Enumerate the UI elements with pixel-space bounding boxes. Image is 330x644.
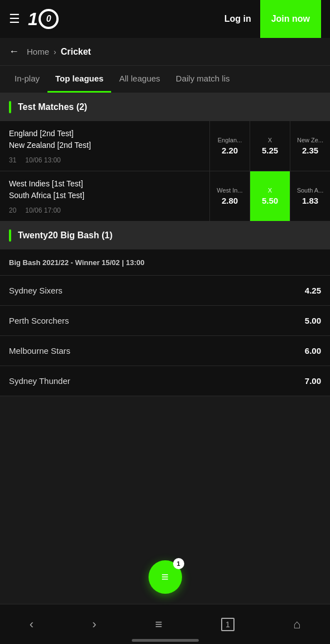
tab-daily-match[interactable]: Daily match lis xyxy=(168,66,238,93)
nav-back[interactable]: ‹ xyxy=(18,612,45,637)
header-right: Log in Join now xyxy=(216,0,321,38)
test-matches-title: Test Matches (2) xyxy=(18,102,87,112)
header-left: ☰ 1 0 xyxy=(9,9,59,30)
odd-draw-wi-sa-label: X xyxy=(268,187,272,194)
match-teams-wi-sa: West Indies [1st Test] South Africa [1st… xyxy=(9,178,200,201)
match-teams-eng-nz: England [2nd Test] New Zealand [2nd Test… xyxy=(9,128,200,151)
tab-inplay[interactable]: In-play xyxy=(7,66,47,93)
breadcrumb-separator: › xyxy=(54,47,56,56)
nav-tabs: In-play Top leagues All leagues Daily ma… xyxy=(0,66,330,93)
match-id-eng-nz: 31 xyxy=(9,156,16,164)
bigbash-subtitle-row: Big Bash 2021/22 - Winner 15/02 | 13:00 xyxy=(0,249,330,276)
team2-nz: New Zealand [2nd Test] xyxy=(9,140,200,151)
section-bar-icon xyxy=(9,101,11,113)
odd-draw-eng-nz[interactable]: X 5.25 xyxy=(250,121,290,171)
nav-forward-icon: › xyxy=(92,617,96,632)
winner-name-sixers: Sydney Sixers xyxy=(9,286,63,295)
bigbash-title: Twenty20 Big Bash (1) xyxy=(18,230,113,241)
nav-home[interactable]: ⌂ xyxy=(282,612,312,637)
match-time-wi-sa: 10/06 17:00 xyxy=(25,206,60,214)
bottom-nav: ‹ › ≡ 1 ⌂ xyxy=(0,604,330,644)
winner-odd-sixers: 4.25 xyxy=(305,286,321,295)
match-odds-eng-nz: Englan... 2.20 X 5.25 New Ze... 2.35 xyxy=(209,121,330,171)
breadcrumb: ← Home › Cricket xyxy=(0,38,330,66)
odd-wi-value: 2.80 xyxy=(222,196,238,205)
winner-odd-stars: 6.00 xyxy=(305,346,321,355)
winner-row-thunder[interactable]: Sydney Thunder 7.00 xyxy=(0,366,330,396)
breadcrumb-current: Cricket xyxy=(61,47,91,57)
team2-sa: South Africa [1st Test] xyxy=(9,190,200,201)
nav-menu-icon: ≡ xyxy=(155,617,162,632)
nav-home-icon: ⌂ xyxy=(293,617,300,632)
test-matches-section-header: Test Matches (2) xyxy=(0,93,330,121)
team1-eng: England [2nd Test] xyxy=(9,128,200,140)
odd-draw-eng-nz-label: X xyxy=(268,137,272,143)
breadcrumb-home[interactable]: Home xyxy=(27,47,49,56)
section-bar-bigbash-icon xyxy=(9,229,11,242)
bet-button-container: 1 ≡ xyxy=(149,560,182,594)
odd-draw-eng-nz-value: 5.25 xyxy=(262,146,278,155)
winner-row-scorchers[interactable]: Perth Scorchers 5.00 xyxy=(0,306,330,336)
match-odds-wi-sa: West In... 2.80 X 5.50 South A... 1.83 xyxy=(209,171,330,221)
tab-top-leagues[interactable]: Top leagues xyxy=(47,66,111,93)
header: ☰ 1 0 Log in Join now xyxy=(0,0,330,38)
odd-draw-wi-sa[interactable]: X 5.50 xyxy=(250,171,290,221)
odd-england-value: 2.20 xyxy=(222,146,238,155)
match-row-wi-sa: West Indies [1st Test] South Africa [1st… xyxy=(0,171,330,222)
match-meta-eng-nz: 31 10/06 13:00 xyxy=(9,156,200,164)
match-row-eng-nz: England [2nd Test] New Zealand [2nd Test… xyxy=(0,121,330,171)
winner-row-stars[interactable]: Melbourne Stars 6.00 xyxy=(0,336,330,366)
odd-nz-value: 2.35 xyxy=(302,146,318,155)
match-info-eng-nz: England [2nd Test] New Zealand [2nd Test… xyxy=(0,121,209,171)
winner-row-sixers[interactable]: Sydney Sixers 4.25 xyxy=(0,276,330,306)
logo-circle: 0 xyxy=(39,9,59,29)
hamburger-icon[interactable]: ☰ xyxy=(9,12,20,26)
odd-westindies[interactable]: West In... 2.80 xyxy=(209,171,250,221)
bet-badge: 1 xyxy=(173,558,184,569)
match-info-wi-sa: West Indies [1st Test] South Africa [1st… xyxy=(0,171,209,221)
odd-southafrica[interactable]: South A... 1.83 xyxy=(290,171,330,221)
winner-name-stars: Melbourne Stars xyxy=(9,346,70,355)
nav-forward[interactable]: › xyxy=(81,612,107,637)
odd-sa-label: South A... xyxy=(297,187,324,194)
odd-sa-value: 1.83 xyxy=(302,196,318,205)
odd-england[interactable]: Englan... 2.20 xyxy=(209,121,250,171)
winner-odd-thunder: 7.00 xyxy=(305,376,321,386)
nav-betslip-icon: 1 xyxy=(221,618,235,631)
odd-wi-label: West In... xyxy=(217,187,242,194)
bet-button-icon: ≡ xyxy=(161,570,169,584)
winner-odd-scorchers: 5.00 xyxy=(305,316,321,325)
tab-all-leagues[interactable]: All leagues xyxy=(111,66,168,93)
match-time-eng-nz: 10/06 13:00 xyxy=(25,156,60,164)
logo-text: 1 xyxy=(28,9,37,30)
team1-wi: West Indies [1st Test] xyxy=(9,178,200,190)
logo-zero: 0 xyxy=(46,14,51,24)
winner-name-thunder: Sydney Thunder xyxy=(9,376,70,386)
back-icon[interactable]: ← xyxy=(9,46,19,57)
match-meta-wi-sa: 20 10/06 17:00 xyxy=(9,206,200,214)
odd-england-label: Englan... xyxy=(218,137,242,143)
nav-menu[interactable]: ≡ xyxy=(144,612,174,637)
odd-nz-label: New Ze... xyxy=(297,137,323,143)
join-button[interactable]: Join now xyxy=(260,0,321,38)
odd-draw-wi-sa-value: 5.50 xyxy=(262,196,278,205)
logo: 1 0 xyxy=(28,9,59,30)
login-button[interactable]: Log in xyxy=(216,9,260,28)
match-id-wi-sa: 20 xyxy=(9,206,16,214)
nav-betslip[interactable]: 1 xyxy=(210,612,246,637)
bigbash-subtitle: Big Bash 2021/22 - Winner 15/02 | 13:00 xyxy=(9,258,145,267)
winner-name-scorchers: Perth Scorchers xyxy=(9,316,69,325)
odd-newzealand[interactable]: New Ze... 2.35 xyxy=(290,121,330,171)
bigbash-section-header: Twenty20 Big Bash (1) xyxy=(0,222,330,249)
nav-back-icon: ‹ xyxy=(30,617,34,632)
home-indicator xyxy=(132,639,199,642)
